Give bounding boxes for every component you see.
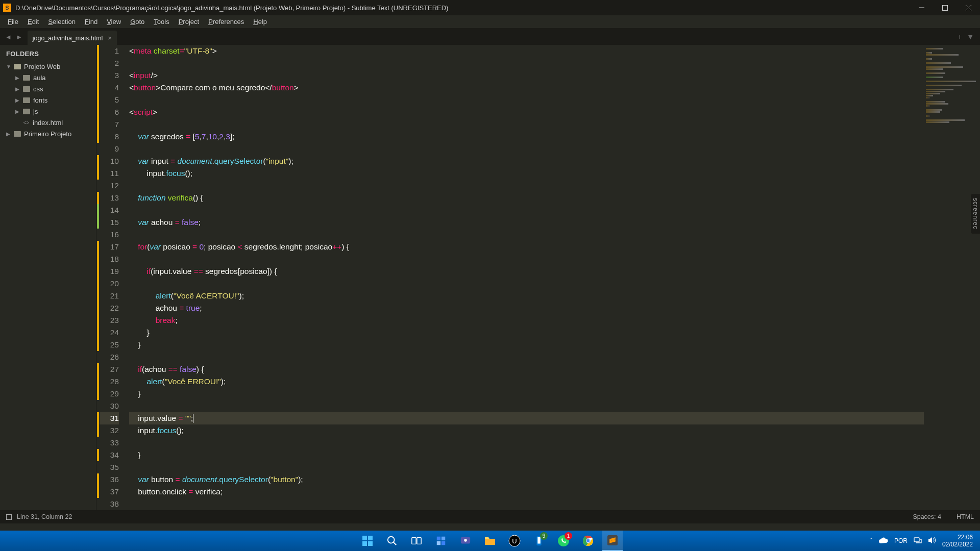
screenrec-tab[interactable]: screenrec	[971, 194, 980, 234]
menu-edit[interactable]: Edit	[23, 16, 43, 27]
svg-rect-1	[362, 536, 367, 540]
tab-close-icon[interactable]: ×	[108, 34, 112, 42]
widgets-icon[interactable]	[431, 531, 451, 551]
close-button[interactable]	[957, 0, 980, 15]
svg-rect-7	[417, 538, 421, 544]
tree-projeto-web[interactable]: ▼Projeto Web	[0, 61, 96, 72]
menu-selection[interactable]: Selection	[43, 16, 80, 27]
svg-rect-14	[485, 539, 495, 545]
nav-back-icon[interactable]: ◄	[5, 33, 12, 41]
chrome-icon[interactable]	[578, 531, 598, 551]
new-tab-icon[interactable]: +	[958, 33, 962, 41]
menu-file[interactable]: File	[3, 16, 23, 27]
whatsapp-icon[interactable]: 1	[553, 531, 574, 551]
window-title: D:\OneDrive\Documentos\Cursos\Programaçã…	[15, 4, 910, 12]
svg-point-13	[464, 539, 467, 542]
app-icon: S	[3, 4, 11, 12]
minimize-button[interactable]	[910, 0, 933, 15]
svg-rect-10	[437, 541, 440, 545]
file-icon: <>	[23, 119, 30, 126]
folder-icon	[14, 64, 21, 69]
menu-preferences[interactable]: Preferences	[204, 16, 249, 27]
status-language[interactable]: HTML	[957, 513, 974, 520]
network-icon[interactable]	[914, 537, 922, 545]
taskbar-clock[interactable]: 22:06 02/02/2022	[942, 534, 973, 548]
maximize-button[interactable]	[933, 0, 957, 15]
taskbar: U 9 1 ˄ POR 22:06 02/02/2022	[0, 531, 980, 551]
tab-label: jogo_adivinha_mais.html	[33, 35, 103, 42]
svg-point-5	[388, 537, 395, 543]
sidebar: FOLDERS ▼Projeto Web▶aula▶css▶fonts▶js<>…	[0, 45, 96, 510]
tab-strip: ◄ ► jogo_adivinha_mais.html × + ▼	[0, 29, 980, 45]
folder-icon	[23, 75, 30, 81]
tree-primeiro-projeto[interactable]: ▶Primeiro Projeto	[0, 128, 96, 139]
tab-active[interactable]: jogo_adivinha_mais.html ×	[28, 31, 117, 45]
svg-rect-18	[537, 537, 541, 544]
title-bar: S D:\OneDrive\Documentos\Cursos\Programa…	[0, 0, 980, 15]
svg-text:U: U	[512, 537, 517, 545]
menu-tools[interactable]: Tools	[149, 16, 174, 27]
minimap[interactable]	[924, 45, 980, 510]
badge-whatsapp: 1	[565, 532, 572, 540]
folder-icon	[23, 97, 30, 103]
nav-forward-icon[interactable]: ►	[16, 33, 22, 41]
svg-rect-3	[362, 541, 367, 546]
task-view-icon[interactable]	[406, 531, 427, 551]
svg-rect-11	[442, 541, 445, 545]
folder-icon	[14, 131, 21, 137]
menu-help[interactable]: Help	[249, 16, 272, 27]
tree-js[interactable]: ▶js	[0, 106, 96, 117]
svg-rect-25	[914, 538, 919, 542]
svg-rect-9	[442, 537, 445, 540]
panel-toggle-icon[interactable]	[6, 514, 12, 520]
teams-icon[interactable]	[455, 531, 476, 551]
tree-index.html[interactable]: <>index.html	[0, 117, 96, 128]
tree-aula[interactable]: ▶aula	[0, 72, 96, 83]
status-spaces[interactable]: Spaces: 4	[913, 513, 941, 520]
svg-rect-2	[368, 536, 373, 540]
tree-fonts[interactable]: ▶fonts	[0, 94, 96, 106]
svg-rect-6	[412, 538, 416, 544]
folder-icon	[23, 109, 30, 114]
start-button[interactable]	[357, 531, 378, 551]
menu-goto[interactable]: Goto	[126, 16, 149, 27]
onedrive-icon[interactable]	[879, 537, 888, 545]
code-editor[interactable]: 1234567891011121314151617181920212223242…	[96, 45, 980, 510]
menu-project[interactable]: Project	[174, 16, 204, 27]
menu-view[interactable]: View	[102, 16, 126, 27]
sidebar-header: FOLDERS	[0, 48, 96, 61]
status-position[interactable]: Line 31, Column 22	[17, 513, 72, 520]
phone-link-icon[interactable]: 9	[529, 531, 549, 551]
sublime-icon[interactable]	[602, 531, 623, 551]
volume-icon[interactable]	[928, 537, 936, 545]
unreal-icon[interactable]: U	[504, 531, 525, 551]
svg-rect-8	[437, 537, 440, 540]
badge-phone: 9	[540, 532, 548, 540]
menu-find[interactable]: Find	[80, 16, 102, 27]
tab-menu-icon[interactable]: ▼	[967, 33, 974, 41]
tray-language[interactable]: POR	[894, 537, 908, 544]
tray-chevron-icon[interactable]: ˄	[870, 537, 873, 544]
svg-rect-4	[368, 541, 373, 546]
folder-icon	[23, 86, 30, 92]
status-bar: Line 31, Column 22 Spaces: 4 HTML	[0, 510, 980, 523]
file-explorer-icon[interactable]	[480, 531, 500, 551]
svg-rect-0	[942, 5, 947, 10]
tree-css[interactable]: ▶css	[0, 83, 96, 94]
search-icon[interactable]	[382, 531, 402, 551]
menu-bar: FileEditSelectionFindViewGotoToolsProjec…	[0, 15, 980, 29]
